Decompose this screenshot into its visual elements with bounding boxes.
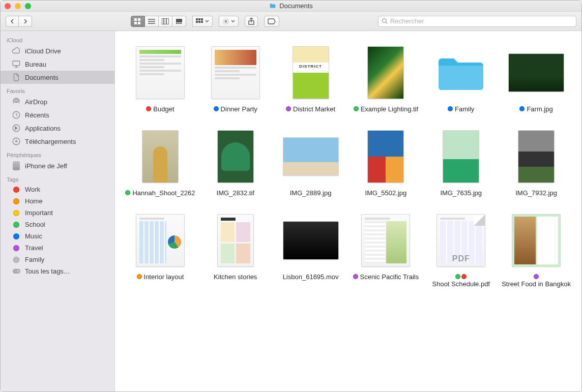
sidebar-item-icloud-drive[interactable]: iCloud Drive bbox=[1, 44, 114, 57]
file-item[interactable]: IMG_2889.jpg bbox=[276, 129, 346, 198]
sidebar-item-downloads[interactable]: Téléchargements bbox=[1, 135, 114, 148]
file-item[interactable]: IMG_7635.jpg bbox=[426, 129, 496, 198]
file-thumbnail bbox=[283, 213, 339, 268]
share-button[interactable] bbox=[245, 16, 258, 27]
sidebar-item-tag-school[interactable]: School bbox=[1, 219, 114, 230]
sidebar-item-label: Tous les tags… bbox=[25, 267, 70, 275]
svg-rect-14 bbox=[196, 18, 198, 20]
file-label: IMG_5502.jpg bbox=[365, 189, 407, 198]
file-item[interactable]: Kitchen stories bbox=[200, 213, 271, 289]
tag-dot-icon bbox=[286, 106, 291, 111]
file-name: District Market bbox=[293, 105, 335, 114]
file-thumbnail bbox=[367, 45, 404, 100]
sidebar: iCloudiCloud DriveBureauDocumentsFavoris… bbox=[1, 31, 115, 391]
tag-dot-icon bbox=[455, 274, 460, 279]
file-name: Scenic Pacific Trails bbox=[360, 273, 419, 282]
finder-window: Documents iCloudiCl bbox=[0, 0, 582, 392]
svg-rect-9 bbox=[162, 18, 169, 24]
file-grid: BudgetDinner PartyDISTRICTDistrict Marke… bbox=[115, 31, 581, 309]
file-label: Family bbox=[448, 105, 474, 114]
file-item[interactable]: Family bbox=[426, 45, 496, 114]
doc-icon bbox=[12, 73, 21, 82]
back-button[interactable] bbox=[6, 16, 19, 27]
svg-point-20 bbox=[225, 20, 227, 22]
sidebar-item-tag-music[interactable]: Music bbox=[1, 230, 114, 242]
file-item[interactable]: Budget bbox=[125, 45, 195, 114]
file-thumbnail bbox=[136, 45, 185, 100]
sidebar-item-bureau[interactable]: Bureau bbox=[1, 57, 114, 71]
content-area[interactable]: BudgetDinner PartyDISTRICTDistrict Marke… bbox=[115, 31, 581, 391]
file-item[interactable]: Street Food in Bangkok bbox=[501, 213, 571, 289]
sidebar-item-documents[interactable]: Documents bbox=[1, 71, 114, 84]
sidebar-item-label: Home bbox=[25, 197, 43, 205]
file-item[interactable]: Example Lighting.tif bbox=[351, 45, 421, 114]
file-name: Example Lighting.tif bbox=[361, 105, 418, 114]
file-label: IMG_2832.tif bbox=[217, 189, 254, 198]
sidebar-item-tag-all[interactable]: Tous les tags… bbox=[1, 265, 114, 277]
sidebar-item-label: Travel bbox=[25, 244, 43, 252]
file-item[interactable]: Scenic Pacific Trails bbox=[351, 213, 421, 289]
file-name: Street Food in Bangkok bbox=[502, 280, 571, 289]
sidebar-item-iphone-jeff[interactable]: iPhone de Jeff bbox=[1, 159, 114, 172]
file-name: Family bbox=[455, 105, 474, 114]
file-label: Dinner Party bbox=[214, 105, 257, 114]
window-controls bbox=[5, 3, 31, 9]
forward-button[interactable] bbox=[19, 16, 32, 27]
sidebar-item-tag-important[interactable]: Important bbox=[1, 207, 114, 219]
file-thumbnail: DISTRICT bbox=[293, 45, 329, 100]
arrange-group bbox=[192, 16, 213, 27]
file-thumbnail bbox=[436, 213, 485, 268]
file-name: IMG_7635.jpg bbox=[440, 189, 482, 198]
view-gallery-button[interactable] bbox=[172, 16, 186, 27]
file-name: IMG_2832.tif bbox=[217, 189, 254, 198]
sidebar-item-tag-family[interactable]: Family bbox=[1, 254, 114, 265]
search-field[interactable] bbox=[378, 16, 576, 27]
svg-point-27 bbox=[16, 101, 17, 103]
sidebar-item-tag-travel[interactable]: Travel bbox=[1, 242, 114, 254]
svg-rect-3 bbox=[138, 22, 140, 24]
tags-button[interactable] bbox=[264, 16, 279, 27]
file-name: Farm.jpg bbox=[527, 105, 552, 114]
sidebar-item-label: iPhone de Jeff bbox=[25, 162, 67, 170]
close-button[interactable] bbox=[5, 3, 11, 9]
tag-dot-icon bbox=[13, 257, 19, 263]
search-input[interactable] bbox=[390, 17, 573, 25]
svg-rect-18 bbox=[198, 21, 200, 23]
sidebar-item-tag-work[interactable]: Work bbox=[1, 184, 114, 195]
minimize-button[interactable] bbox=[15, 3, 21, 9]
sidebar-item-label: Documents bbox=[25, 74, 59, 81]
file-item[interactable]: Shoot Schedule.pdf bbox=[426, 213, 496, 289]
file-label: Example Lighting.tif bbox=[354, 105, 418, 114]
file-item[interactable]: Hannah_Shoot_2262 bbox=[125, 129, 195, 198]
file-name: Interior layout bbox=[144, 273, 184, 282]
all-tags-icon bbox=[13, 268, 20, 275]
zoom-button[interactable] bbox=[25, 3, 31, 9]
svg-rect-11 bbox=[176, 23, 178, 24]
view-icons-button[interactable] bbox=[131, 16, 145, 27]
sidebar-item-label: Téléchargements bbox=[25, 138, 76, 145]
action-button[interactable] bbox=[219, 16, 239, 27]
file-thumbnail bbox=[512, 213, 561, 268]
file-item[interactable]: Interior layout bbox=[125, 213, 195, 289]
svg-rect-1 bbox=[138, 18, 140, 21]
arrange-button[interactable] bbox=[192, 16, 213, 27]
file-item[interactable]: Lisbon_61695.mov bbox=[276, 213, 346, 289]
file-label: Budget bbox=[146, 105, 174, 114]
file-thumbnail bbox=[361, 213, 410, 268]
file-item[interactable]: IMG_2832.tif bbox=[200, 129, 271, 198]
file-item[interactable]: Dinner Party bbox=[200, 45, 271, 114]
file-item[interactable]: IMG_7932.jpg bbox=[501, 129, 571, 198]
file-name: Dinner Party bbox=[221, 105, 257, 114]
file-item[interactable]: Farm.jpg bbox=[501, 45, 571, 114]
sidebar-item-applications[interactable]: Applications bbox=[1, 122, 114, 135]
sidebar-item-airdrop[interactable]: AirDrop bbox=[1, 95, 114, 108]
sidebar-item-label: School bbox=[25, 221, 45, 228]
sidebar-item-recents[interactable]: Récents bbox=[1, 108, 114, 122]
file-label: IMG_2889.jpg bbox=[290, 189, 332, 198]
view-list-button[interactable] bbox=[145, 16, 159, 27]
file-item[interactable]: DISTRICTDistrict Market bbox=[276, 45, 346, 114]
svg-rect-24 bbox=[13, 61, 20, 66]
sidebar-item-tag-home[interactable]: Home bbox=[1, 195, 114, 207]
view-columns-button[interactable] bbox=[159, 16, 172, 27]
file-item[interactable]: IMG_5502.jpg bbox=[351, 129, 421, 198]
